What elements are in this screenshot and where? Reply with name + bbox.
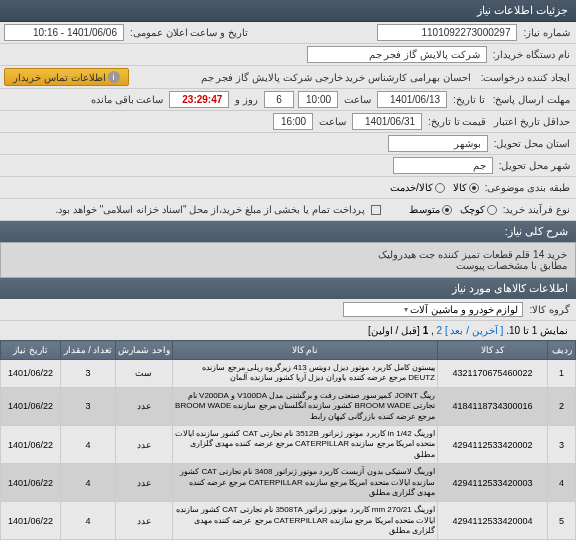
desc-line1: خرید 14 قلم قطعات تمیز کننده جت هیدرولیک — [9, 249, 567, 260]
cell-code: 4184118734300016 — [438, 387, 548, 425]
cell-unit: عدد — [116, 502, 173, 540]
radio-goods[interactable]: کالا — [453, 182, 479, 193]
cell-desc: رینگ JOINT کمپرسور صنعتی رفت و برگشتی مد… — [172, 387, 437, 425]
radio-goods-label: کالا — [453, 182, 467, 193]
cell-desc: پیستون کامل کاربرد موتور دیزل دویتس 413 … — [172, 360, 437, 388]
countdown-value: 23:29:47 — [169, 91, 229, 108]
pager-next[interactable]: / بعد ] — [445, 325, 469, 336]
cell-row: 4 — [548, 464, 576, 502]
validity-sep: قیمت تا تاریخ: — [426, 116, 488, 127]
cell-row: 3 — [548, 425, 576, 463]
cell-unit: ست — [116, 360, 173, 388]
pager-last[interactable]: [ آخرین — [469, 325, 503, 336]
announce-value: 1401/06/06 - 10:16 — [4, 24, 124, 41]
cell-unit: عدد — [116, 387, 173, 425]
requester-label: ایجاد کننده درخواست: — [479, 72, 572, 83]
cell-date: 1401/06/22 — [1, 425, 61, 463]
cell-code: 4294112533420002 — [438, 425, 548, 463]
radio-dot-icon — [442, 205, 452, 215]
cell-qty: 3 — [61, 360, 116, 388]
validity-label: حداقل تاریخ اعتبار — [492, 116, 572, 127]
pager-first: اولین] — [368, 325, 393, 336]
cell-desc: اورینگ mm 270/21 کاربرد موتور ژنراتور 35… — [172, 502, 437, 540]
announce-label: تاریخ و ساعت اعلان عمومی: — [128, 27, 250, 38]
cell-date: 1401/06/22 — [1, 502, 61, 540]
radio-medium[interactable]: متوسط — [409, 204, 452, 215]
col-date: تاریخ نیاز — [1, 341, 61, 360]
deadline-sep: تا تاریخ: — [451, 94, 487, 105]
table-row[interactable]: 44294112533420003اورینگ لاستیکی بدون آزب… — [1, 464, 576, 502]
cell-unit: عدد — [116, 425, 173, 463]
treasury-checkbox[interactable] — [371, 205, 381, 215]
row-need-number: شماره نیاز: 1101092273000297 تاریخ و ساع… — [0, 22, 576, 44]
row-buyer-org: نام دستگاه خریدار: شرکت پالایش گاز فجر ج… — [0, 44, 576, 66]
cell-row: 5 — [548, 502, 576, 540]
row-validity: حداقل تاریخ اعتبار قیمت تا تاریخ: 1401/0… — [0, 111, 576, 133]
group-combo[interactable]: لوازم خودرو و ماشین آلات — [343, 302, 523, 317]
table-header-row: ردیف کد کالا نام کالا واحد شمارش تعداد /… — [1, 341, 576, 360]
buyer-org-label: نام دستگاه خریدار: — [491, 49, 572, 60]
requester-value: احسان بهرامی کارشناس خرید خارجی شرکت پال… — [197, 72, 475, 83]
row-requester: ایجاد کننده درخواست: احسان بهرامی کارشنا… — [0, 66, 576, 89]
city-label: شهر محل تحویل: — [497, 160, 572, 171]
table-row[interactable]: 14321170675460022پیستون کامل کاربرد موتو… — [1, 360, 576, 388]
need-number-label: شماره نیاز: — [521, 27, 572, 38]
purchase-type-radio-group: کوچک متوسط — [409, 204, 497, 215]
cell-desc: اورینگ لاستیکی بدون آزبست کاربرد موتور ژ… — [172, 464, 437, 502]
info-icon: i — [108, 71, 120, 83]
page-title: جزئیات اطلاعات نیاز — [477, 4, 568, 16]
cell-qty: 4 — [61, 502, 116, 540]
time-label-2: ساعت — [317, 116, 348, 127]
contact-buyer-button[interactable]: i اطلاعات تماس خریدار — [4, 68, 129, 86]
table-row[interactable]: 34294112533420002اورینگ in 1/42 کاربرد م… — [1, 425, 576, 463]
pager-page1: 1 — [423, 325, 429, 336]
deadline-label: مهلت ارسال پاسخ: — [491, 94, 572, 105]
contact-btn-label: اطلاعات تماس خریدار — [13, 72, 106, 83]
category-label: طبقه بندی موضوعی: — [483, 182, 572, 193]
radio-service-label: کالا/خدمت — [390, 182, 433, 193]
radio-service[interactable]: کالا/خدمت — [390, 182, 445, 193]
table-row[interactable]: 54294112533420004اورینگ mm 270/21 کاربرد… — [1, 502, 576, 540]
pager-page2[interactable]: 2 — [437, 325, 443, 336]
deadline-date: 1401/06/13 — [377, 91, 447, 108]
cell-code: 4294112533420003 — [438, 464, 548, 502]
province-label: استان محل تحویل: — [492, 138, 572, 149]
col-code: کد کالا — [438, 341, 548, 360]
pager-sep: , — [431, 325, 434, 336]
cell-qty: 4 — [61, 425, 116, 463]
items-table: ردیف کد کالا نام کالا واحد شمارش تعداد /… — [0, 340, 576, 540]
cell-unit: عدد — [116, 464, 173, 502]
cell-date: 1401/06/22 — [1, 387, 61, 425]
col-qty: تعداد / مقدار — [61, 341, 116, 360]
row-province: استان محل تحویل: بوشهر — [0, 133, 576, 155]
days-count: 6 — [264, 91, 294, 108]
row-group: گروه کالا: لوازم خودرو و ماشین آلات — [0, 299, 576, 321]
radio-small[interactable]: کوچک — [460, 204, 497, 215]
cell-qty: 3 — [61, 387, 116, 425]
col-name: نام کالا — [172, 341, 437, 360]
cell-code: 4321170675460022 — [438, 360, 548, 388]
cell-date: 1401/06/22 — [1, 464, 61, 502]
group-value: لوازم خودرو و ماشین آلات — [410, 304, 518, 315]
category-radio-group: کالا کالا/خدمت — [390, 182, 479, 193]
cell-row: 1 — [548, 360, 576, 388]
col-row: ردیف — [548, 341, 576, 360]
row-city: شهر محل تحویل: جم — [0, 155, 576, 177]
table-row[interactable]: 24184118734300016رینگ JOINT کمپرسور صنعت… — [1, 387, 576, 425]
cell-row: 2 — [548, 387, 576, 425]
deadline-time: 10:00 — [298, 91, 338, 108]
radio-dot-icon — [469, 183, 479, 193]
pager-display: نمایش 1 تا 10. — [506, 325, 568, 336]
purchase-type-label: نوع فرآیند خرید: — [501, 204, 572, 215]
row-purchase-type: نوع فرآیند خرید: کوچک متوسط پرداخت تمام … — [0, 199, 576, 221]
desc-section-title: شرح کلی نیاز: — [0, 221, 576, 242]
cell-qty: 4 — [61, 464, 116, 502]
validity-time: 16:00 — [273, 113, 313, 130]
items-section-title: اطلاعات کالاهای مورد نیاز — [0, 278, 576, 299]
need-number-value: 1101092273000297 — [377, 24, 517, 41]
group-label: گروه کالا: — [527, 304, 572, 315]
city-value: جم — [393, 157, 493, 174]
days-label: روز و — [233, 94, 260, 105]
desc-title-label: شرح کلی نیاز: — [505, 225, 568, 237]
cell-code: 4294112533420004 — [438, 502, 548, 540]
